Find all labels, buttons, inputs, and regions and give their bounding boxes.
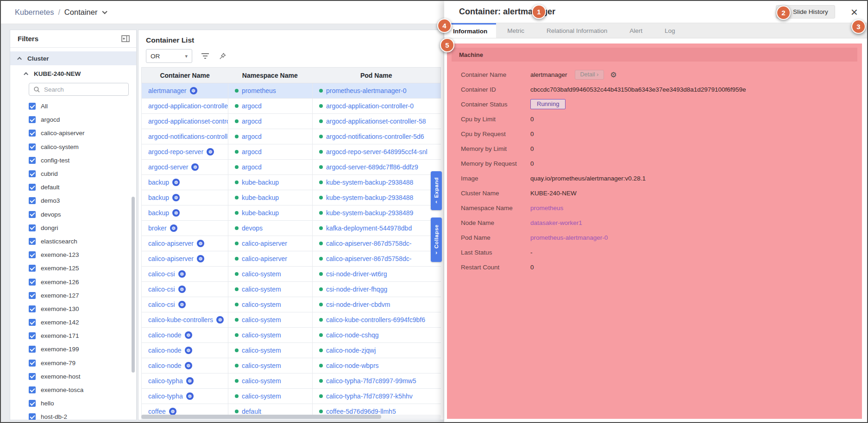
container-name-link[interactable]: argocd-application-controller: [148, 102, 228, 110]
namespace-filter-item[interactable]: demo3: [29, 194, 136, 207]
namespace-name-link[interactable]: argocd: [242, 133, 262, 140]
namespace-name-link[interactable]: argocd: [242, 118, 262, 125]
namespace-name-link[interactable]: argocd: [242, 163, 262, 171]
column-header-pod-name[interactable]: Pod Name: [312, 72, 440, 79]
namespace-search-input[interactable]: Search: [29, 83, 129, 96]
checkbox-checked[interactable]: [29, 103, 36, 110]
namespace-name-link[interactable]: calico-system: [242, 316, 281, 323]
operator-select[interactable]: OR ▾: [146, 49, 192, 63]
pod-name-link[interactable]: argocd-notifications-controller-5d6: [326, 133, 424, 140]
container-name-link[interactable]: calico-node: [148, 362, 182, 369]
table-row[interactable]: calico-typha ☸ calico-system calico-typh…: [141, 389, 441, 404]
container-name-link[interactable]: argocd-notifications-controller: [148, 133, 228, 140]
namespace-filter-item[interactable]: host-db-2: [29, 410, 136, 420]
checkbox-checked[interactable]: [29, 197, 36, 204]
namespace-name-link[interactable]: calico-system: [242, 301, 281, 308]
namespace-filter-item[interactable]: calico-apiserver: [29, 126, 136, 140]
container-name-link[interactable]: alertmanager: [148, 87, 187, 94]
table-row[interactable]: argocd-applicationset-controller ☸ argoc…: [141, 114, 441, 129]
namespace-filter-item[interactable]: devops: [29, 208, 136, 221]
namespace-filter-item[interactable]: exemone-171: [29, 329, 136, 342]
table-row[interactable]: alertmanager ☸ prometheus prometheus-ale…: [141, 83, 441, 99]
namespace-filter-item[interactable]: hello: [29, 397, 136, 410]
table-row[interactable]: calico-node ☸ calico-system calico-node-…: [141, 328, 441, 343]
pod-name-link[interactable]: calico-kube-controllers-6994fc9bf6: [326, 316, 425, 323]
tab-log[interactable]: Log: [654, 23, 686, 38]
pod-name-link[interactable]: argocd-application-controller-0: [326, 102, 414, 110]
breadcrumb-current[interactable]: Container: [64, 8, 98, 17]
namespace-name-link[interactable]: calico-system: [242, 331, 281, 339]
container-name-link[interactable]: backup: [148, 209, 169, 217]
checkbox-checked[interactable]: [29, 143, 36, 150]
container-name-link[interactable]: calico-apiserver: [148, 255, 194, 262]
collapse-panel-icon[interactable]: [121, 35, 130, 42]
table-row[interactable]: broker ☸ devops kafka-deployment-544978d…: [141, 221, 441, 236]
cluster-tree-item[interactable]: KUBE-240-NEW: [10, 65, 136, 82]
container-name-link[interactable]: calico-csi: [148, 286, 175, 293]
namespace-name-link[interactable]: calico-system: [242, 347, 281, 354]
namespace-name-link[interactable]: kube-backup: [242, 209, 279, 217]
pod-name-link[interactable]: calico-apiserver-867d5758dc-: [326, 240, 411, 247]
checkbox-checked[interactable]: [29, 184, 36, 191]
table-row[interactable]: calico-apiserver ☸ calico-apiserver cali…: [141, 251, 441, 267]
namespace-name-link[interactable]: argocd: [242, 102, 262, 110]
namespace-filter-item[interactable]: cubrid: [29, 167, 136, 180]
table-row[interactable]: calico-node ☸ calico-system calico-node-…: [141, 343, 441, 358]
namespace-name-link[interactable]: kube-backup: [242, 194, 279, 201]
checkbox-checked[interactable]: [29, 305, 36, 312]
container-name-link[interactable]: calico-node: [148, 347, 182, 354]
table-row[interactable]: calico-kube-controllers ☸ calico-system …: [141, 312, 441, 328]
pod-name-link[interactable]: csi-node-driver-wt6rg: [326, 270, 387, 278]
close-icon[interactable]: ×: [851, 7, 858, 17]
pod-name-link[interactable]: calico-apiserver-867d5758dc-: [326, 255, 411, 262]
namespace-filter-item[interactable]: exemone-130: [29, 302, 136, 316]
namespace-filter-item[interactable]: exemone-126: [29, 275, 136, 288]
namespace-filter-item[interactable]: exemone-host: [29, 370, 136, 383]
container-name-link[interactable]: calico-apiserver: [148, 240, 194, 247]
container-name-link[interactable]: calico-kube-controllers: [148, 316, 213, 323]
checkbox-checked[interactable]: [29, 211, 36, 218]
checkbox-checked[interactable]: [29, 373, 36, 380]
namespace-filter-item[interactable]: calico-system: [29, 140, 136, 154]
pod-name-link[interactable]: csi-node-driver-cbdvm: [326, 301, 390, 308]
horizontal-scrollbar[interactable]: [141, 415, 441, 419]
pod-name-link[interactable]: csi-node-driver-fhqgg: [326, 286, 387, 293]
checkbox-checked[interactable]: [29, 130, 36, 137]
namespace-filter-item[interactable]: exemone-123: [29, 248, 136, 261]
filter-icon[interactable]: [201, 53, 210, 59]
namespace-filter-item[interactable]: All: [29, 100, 136, 113]
detail-link[interactable]: prometheus-alertmanager-0: [530, 234, 608, 241]
table-row[interactable]: backup ☸ kube-backup kube-system-backup-…: [141, 205, 441, 221]
pod-name-link[interactable]: kube-system-backup-2938488: [326, 179, 413, 186]
checkbox-checked[interactable]: [29, 157, 36, 164]
namespace-name-link[interactable]: calico-apiserver: [242, 240, 287, 247]
namespace-name-link[interactable]: calico-system: [242, 377, 281, 385]
pod-name-link[interactable]: calico-node-cshqg: [326, 331, 379, 339]
pod-name-link[interactable]: argocd-applicationset-controller-58: [326, 118, 426, 125]
tab-metric[interactable]: Metric: [496, 23, 535, 38]
table-row[interactable]: backup ☸ kube-backup kube-system-backup-…: [141, 190, 441, 205]
checkbox-checked[interactable]: [29, 319, 36, 326]
namespace-name-link[interactable]: devops: [242, 224, 263, 232]
table-row[interactable]: calico-apiserver ☸ calico-apiserver cali…: [141, 236, 441, 251]
pod-name-link[interactable]: coffee-5d76d96d9-llmh5: [326, 408, 396, 415]
detail-link[interactable]: datasaker-worker1: [530, 219, 582, 226]
expand-button[interactable]: Expand ‹: [431, 171, 442, 210]
namespace-filter-item[interactable]: exemone-79: [29, 356, 136, 370]
namespace-name-link[interactable]: calico-apiserver: [242, 255, 287, 262]
pod-name-link[interactable]: calico-node-wbprs: [326, 362, 379, 369]
table-row[interactable]: calico-csi ☸ calico-system csi-node-driv…: [141, 282, 441, 297]
namespace-filter-item[interactable]: exemone-tosca: [29, 383, 136, 397]
tab-information[interactable]: Information: [444, 23, 496, 38]
pod-name-link[interactable]: argocd-repo-server-648995ccf4-snl: [326, 148, 428, 156]
pin-icon[interactable]: [219, 53, 226, 60]
checkbox-checked[interactable]: [29, 400, 36, 407]
container-name-link[interactable]: argocd-applicationset-controller: [148, 118, 228, 125]
namespace-name-link[interactable]: prometheus: [242, 87, 276, 94]
container-name-link[interactable]: calico-typha: [148, 392, 183, 400]
checkbox-checked[interactable]: [29, 386, 36, 393]
checkbox-checked[interactable]: [29, 170, 36, 177]
table-row[interactable]: calico-csi ☸ calico-system csi-node-driv…: [141, 297, 441, 312]
pod-name-link[interactable]: kube-system-backup-2938489: [326, 209, 413, 217]
checkbox-checked[interactable]: [29, 292, 36, 299]
